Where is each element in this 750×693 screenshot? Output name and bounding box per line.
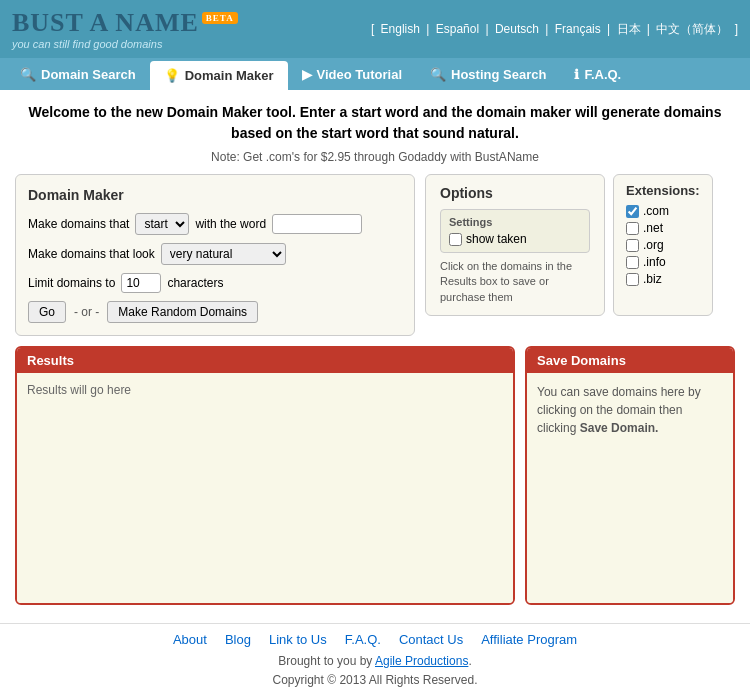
- lang-english[interactable]: English: [381, 22, 420, 36]
- ext-biz-checkbox[interactable]: [626, 273, 639, 286]
- header: BUST A NAMEBETA you can still find good …: [0, 0, 750, 58]
- options-box: Options Settings show taken Click on the…: [425, 174, 605, 316]
- show-taken-checkbox[interactable]: [449, 233, 462, 246]
- logo-name: BUST A NAME: [12, 8, 199, 37]
- ext-org: .org: [626, 238, 700, 252]
- make-random-button[interactable]: Make Random Domains: [107, 301, 258, 323]
- save-domains-header: Save Domains: [527, 348, 733, 373]
- show-taken-label[interactable]: show taken: [449, 232, 581, 246]
- domain-search-tab[interactable]: 🔍 Domain Search: [6, 58, 150, 90]
- domain-maker-title: Domain Maker: [28, 187, 402, 203]
- settings-group: Settings show taken: [440, 209, 590, 253]
- ext-biz: .biz: [626, 272, 700, 286]
- footer-about-link[interactable]: About: [173, 632, 207, 647]
- ext-info-checkbox[interactable]: [626, 256, 639, 269]
- ext-org-checkbox[interactable]: [626, 239, 639, 252]
- dm-label-with-word: with the word: [195, 217, 266, 231]
- ext-net-label: .net: [643, 221, 663, 235]
- language-bar: [ English | Español | Deutsch | Français…: [371, 21, 738, 38]
- magnifier-icon: 🔍: [20, 67, 36, 82]
- footer-brought-by: Brought to you by: [278, 654, 375, 668]
- dm-row-1: Make domains that start end with the wor…: [28, 213, 402, 235]
- ext-biz-label: .biz: [643, 272, 662, 286]
- ext-com: .com: [626, 204, 700, 218]
- logo-beta: BETA: [202, 12, 238, 24]
- play-icon: ▶: [302, 67, 312, 82]
- ext-net-checkbox[interactable]: [626, 222, 639, 235]
- footer-copyright-text: Copyright © 2013 All Rights Reserved.: [273, 673, 478, 687]
- dm-label-limit: Limit domains to: [28, 276, 115, 290]
- show-taken-text: show taken: [466, 232, 527, 246]
- dm-row-3: Limit domains to characters: [28, 273, 402, 293]
- logo: BUST A NAMEBETA: [12, 8, 238, 38]
- logo-area: BUST A NAMEBETA you can still find good …: [12, 8, 238, 50]
- dm-word-input[interactable]: [272, 214, 362, 234]
- dm-look-select[interactable]: very natural natural somewhat natural an…: [161, 243, 286, 265]
- footer-agile-link[interactable]: Agile Productions: [375, 654, 468, 668]
- lang-deutsch[interactable]: Deutsch: [495, 22, 539, 36]
- right-panel: Options Settings show taken Click on the…: [425, 174, 735, 336]
- options-title: Options: [440, 185, 590, 201]
- dm-row-2: Make domains that look very natural natu…: [28, 243, 402, 265]
- footer-link-to-us-link[interactable]: Link to Us: [269, 632, 327, 647]
- search-icon: 🔍: [430, 67, 446, 82]
- dm-label-make: Make domains that: [28, 217, 129, 231]
- options-note: Click on the domains in the Results box …: [440, 259, 590, 305]
- hosting-search-label: Hosting Search: [451, 67, 546, 82]
- lang-chinese[interactable]: 中文（简体）: [656, 22, 728, 36]
- results-content: Results will go here: [17, 373, 513, 603]
- bulb-icon: 💡: [164, 68, 180, 83]
- ext-com-checkbox[interactable]: [626, 205, 639, 218]
- welcome-text: Welcome to the new Domain Maker tool. En…: [29, 104, 722, 141]
- hosting-search-tab[interactable]: 🔍 Hosting Search: [416, 58, 560, 90]
- dm-label-look: Make domains that look: [28, 247, 155, 261]
- save-domain-cta: Save Domain.: [580, 421, 659, 435]
- domain-maker-box: Domain Maker Make domains that start end…: [15, 174, 415, 336]
- ext-info-label: .info: [643, 255, 666, 269]
- domain-maker-label: Domain Maker: [185, 68, 274, 83]
- dm-label-chars: characters: [167, 276, 223, 290]
- footer-contact-link[interactable]: Contact Us: [399, 632, 463, 647]
- welcome-message: Welcome to the new Domain Maker tool. En…: [0, 90, 750, 150]
- ext-net: .net: [626, 221, 700, 235]
- extensions-title: Extensions:: [626, 183, 700, 198]
- video-tutorial-label: Video Tutorial: [317, 67, 402, 82]
- dm-char-limit-input[interactable]: [121, 273, 161, 293]
- faq-tab[interactable]: ℹ F.A.Q.: [560, 58, 635, 90]
- footer-links: About Blog Link to Us F.A.Q. Contact Us …: [0, 632, 750, 647]
- note-bar: Note: Get .com's for $2.95 through Godad…: [0, 150, 750, 174]
- save-domains-content: You can save domains here by clicking on…: [527, 373, 733, 603]
- save-domains-box: Save Domains You can save domains here b…: [525, 346, 735, 605]
- options-ext-row: Options Settings show taken Click on the…: [425, 174, 735, 316]
- results-header: Results: [17, 348, 513, 373]
- settings-title: Settings: [449, 216, 581, 228]
- lang-espanol[interactable]: Español: [436, 22, 479, 36]
- nav-bar: 🔍 Domain Search 💡 Domain Maker ▶ Video T…: [0, 58, 750, 90]
- or-label: - or -: [74, 305, 99, 319]
- results-placeholder: Results will go here: [27, 383, 131, 397]
- video-tutorial-tab[interactable]: ▶ Video Tutorial: [288, 58, 416, 90]
- main-section: Domain Maker Make domains that start end…: [0, 174, 750, 346]
- dm-start-end-select[interactable]: start end: [135, 213, 189, 235]
- faq-label: F.A.Q.: [584, 67, 621, 82]
- ext-org-label: .org: [643, 238, 664, 252]
- lang-francais[interactable]: Français: [555, 22, 601, 36]
- footer-blog-link[interactable]: Blog: [225, 632, 251, 647]
- logo-tagline: you can still find good domains: [12, 38, 238, 50]
- lang-japanese[interactable]: 日本: [617, 22, 641, 36]
- dm-buttons-row: Go - or - Make Random Domains: [28, 301, 402, 323]
- footer-affiliate-link[interactable]: Affiliate Program: [481, 632, 577, 647]
- domain-search-label: Domain Search: [41, 67, 136, 82]
- info-icon: ℹ: [574, 67, 579, 82]
- go-button[interactable]: Go: [28, 301, 66, 323]
- footer: About Blog Link to Us F.A.Q. Contact Us …: [0, 624, 750, 693]
- footer-faq-link[interactable]: F.A.Q.: [345, 632, 381, 647]
- ext-com-label: .com: [643, 204, 669, 218]
- note-text: Note: Get .com's for $2.95 through Godad…: [211, 150, 539, 164]
- extensions-box: Extensions: .com .net .org .info: [613, 174, 713, 316]
- ext-info: .info: [626, 255, 700, 269]
- footer-period: .: [468, 654, 471, 668]
- domain-maker-tab[interactable]: 💡 Domain Maker: [150, 61, 288, 90]
- lower-section: Results Results will go here Save Domain…: [0, 346, 750, 615]
- footer-copyright: Brought to you by Agile Productions. Cop…: [0, 652, 750, 690]
